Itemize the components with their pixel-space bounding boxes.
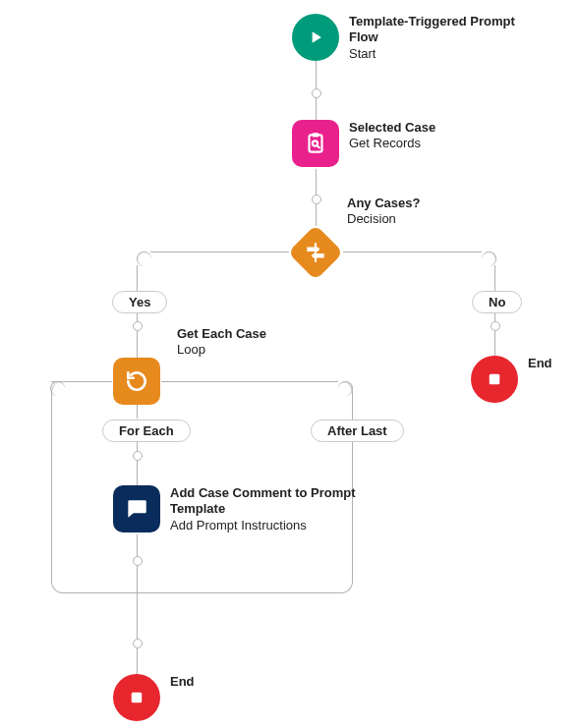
connector-line xyxy=(316,98,317,122)
connector-line xyxy=(316,204,317,226)
connector-node xyxy=(133,556,143,566)
connector-corner xyxy=(482,252,496,266)
branch-label-text: After Last xyxy=(327,423,387,438)
flow-node-add-prompt-instructions[interactable]: Add Case Comment to Prompt Template Add … xyxy=(113,485,367,533)
connector-node xyxy=(491,321,500,331)
connector-line xyxy=(137,593,138,639)
connector-line xyxy=(161,381,338,382)
node-title: End xyxy=(170,674,195,690)
flow-node-end-no[interactable]: End xyxy=(471,356,552,403)
connector-corner xyxy=(338,381,353,396)
connector-corner xyxy=(50,381,65,396)
flow-node-get-records[interactable]: Selected Case Get Records xyxy=(292,120,435,167)
node-subtitle: Loop xyxy=(177,342,266,358)
connector-line xyxy=(137,405,138,419)
flow-node-loop[interactable] xyxy=(113,358,160,405)
branch-label-text: Yes xyxy=(129,295,150,309)
loop-icon xyxy=(113,358,160,405)
node-title: Selected Case xyxy=(349,120,435,136)
connector-line xyxy=(316,169,317,195)
svg-rect-5 xyxy=(132,693,143,703)
flow-node-decision-label: Any Cases? Decision xyxy=(347,196,420,228)
connector-node xyxy=(312,195,321,204)
connector-line xyxy=(137,265,138,291)
connector-line xyxy=(316,61,317,88)
node-subtitle: Decision xyxy=(347,211,420,227)
flow-node-decision[interactable] xyxy=(288,225,343,280)
clipboard-search-icon xyxy=(292,120,339,167)
node-title: Template-Triggered Prompt Flow xyxy=(349,14,536,46)
branch-label-text: No xyxy=(489,295,505,309)
connector-line xyxy=(494,331,495,358)
branch-label-text: For Each xyxy=(119,423,174,438)
connector-node xyxy=(312,88,321,98)
connector-line xyxy=(137,648,138,676)
signpost-icon xyxy=(288,225,343,280)
connector-line xyxy=(150,252,289,252)
chat-icon xyxy=(113,485,160,532)
branch-label-no: No xyxy=(472,291,522,313)
play-icon xyxy=(292,14,339,61)
svg-line-3 xyxy=(317,145,318,147)
flow-node-end-yes[interactable]: End xyxy=(113,674,195,721)
connector-line xyxy=(137,534,138,556)
branch-label-for-each: For Each xyxy=(102,420,191,442)
svg-rect-4 xyxy=(315,243,317,262)
flow-node-start[interactable]: Template-Triggered Prompt Flow Start xyxy=(292,14,536,62)
stop-icon xyxy=(471,356,518,403)
node-title: Add Case Comment to Prompt Template xyxy=(170,485,367,518)
connector-line xyxy=(343,252,482,252)
node-subtitle: Get Records xyxy=(349,136,435,151)
branch-label-after-last: After Last xyxy=(311,420,404,442)
svg-rect-0 xyxy=(310,135,322,151)
connector-node xyxy=(133,451,143,461)
node-subtitle: Start xyxy=(349,46,536,62)
svg-rect-6 xyxy=(490,374,500,385)
connector-line xyxy=(137,566,138,592)
connector-corner xyxy=(137,252,151,266)
connector-node xyxy=(133,639,143,648)
flow-node-loop-label: Get Each Case Loop xyxy=(113,326,266,359)
branch-label-yes: Yes xyxy=(112,291,167,313)
flow-canvas: Yes No For Each After Last Template-Trig… xyxy=(0,0,579,728)
svg-rect-1 xyxy=(313,133,319,137)
stop-icon xyxy=(113,674,160,721)
connector-line xyxy=(494,265,495,291)
node-title: Any Cases? xyxy=(347,196,420,211)
connector-line xyxy=(137,461,138,487)
node-title: End xyxy=(528,356,552,371)
node-subtitle: Add Prompt Instructions xyxy=(170,518,367,533)
node-title: Get Each Case xyxy=(177,326,266,342)
